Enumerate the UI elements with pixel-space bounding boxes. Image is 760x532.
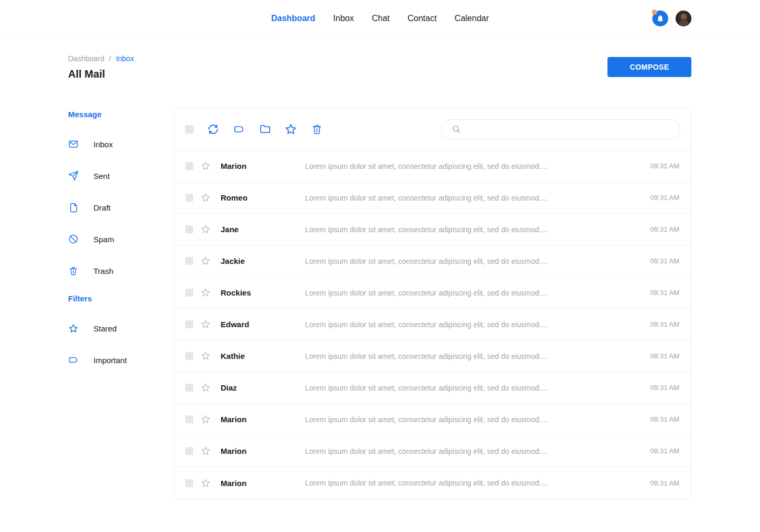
- row-star-icon[interactable]: [200, 161, 211, 172]
- mail-sender: Kathie: [221, 352, 305, 360]
- mail-panel: Marion Lorem ipsum dolor sit amet, conse…: [174, 108, 691, 499]
- top-nav: Dashboard Inbox Chat Contact Calendar: [0, 0, 760, 37]
- sidebar-filters-group: Stared Important: [68, 312, 174, 376]
- mail-preview: Lorem ipsum dolor sit amet, consectetur …: [305, 162, 650, 170]
- notification-bell-icon[interactable]: [652, 11, 668, 26]
- row-checkbox[interactable]: [185, 479, 193, 487]
- row-star-icon[interactable]: [200, 446, 211, 457]
- row-checkbox[interactable]: [185, 162, 193, 170]
- mail-row[interactable]: Marion Lorem ipsum dolor sit amet, conse…: [175, 404, 691, 435]
- mail-preview: Lorem ipsum dolor sit amet, consectetur …: [305, 320, 650, 329]
- nav-item-contact[interactable]: Contact: [407, 14, 436, 23]
- mail-preview: Lorem ipsum dolor sit amet, consectetur …: [305, 257, 650, 265]
- breadcrumb-dashboard[interactable]: Dashboard: [68, 54, 104, 63]
- row-checkbox[interactable]: [185, 194, 193, 202]
- search-input[interactable]: [467, 125, 672, 134]
- mail-time: 09:31 AM: [650, 352, 679, 360]
- mail-row[interactable]: Marion Lorem ipsum dolor sit amet, conse…: [175, 435, 691, 467]
- sidebar-item-important[interactable]: Important: [68, 344, 174, 376]
- breadcrumb-title-block: Dashboard / Inbox All Mail: [68, 54, 134, 80]
- row-checkbox[interactable]: [185, 352, 193, 360]
- mail-sender: Rockies: [221, 288, 305, 297]
- star-icon[interactable]: [284, 123, 297, 136]
- row-star-icon[interactable]: [200, 319, 211, 330]
- row-checkbox[interactable]: [185, 384, 193, 392]
- row-checkbox[interactable]: [185, 415, 193, 423]
- sidebar-item-spam[interactable]: Spam: [68, 223, 174, 255]
- sidebar-item-inbox[interactable]: Inbox: [68, 128, 174, 160]
- mail-row[interactable]: Jackie Lorem ipsum dolor sit amet, conse…: [175, 245, 691, 277]
- select-all-checkbox[interactable]: [185, 125, 194, 134]
- row-star-icon[interactable]: [200, 351, 211, 362]
- mail-row[interactable]: Edward Lorem ipsum dolor sit amet, conse…: [175, 309, 691, 340]
- sidebar-item-stared[interactable]: Stared: [68, 312, 174, 344]
- folder-icon[interactable]: [259, 123, 271, 136]
- sidebar-heading-message: Message: [68, 110, 174, 119]
- sidebar-item-label: Draft: [93, 203, 111, 212]
- label-icon[interactable]: [233, 123, 245, 136]
- mail-preview: Lorem ipsum dolor sit amet, consectetur …: [305, 194, 650, 202]
- mail-row[interactable]: Diaz Lorem ipsum dolor sit amet, consect…: [175, 372, 691, 404]
- spam-icon: [68, 234, 79, 244]
- mail-time: 09:31 AM: [650, 289, 679, 297]
- row-checkbox[interactable]: [185, 447, 193, 455]
- row-star-icon[interactable]: [200, 383, 211, 393]
- sidebar-item-label: Spam: [93, 235, 114, 244]
- mail-preview: Lorem ipsum dolor sit amet, consectetur …: [305, 352, 650, 360]
- compose-button[interactable]: COMPOSE: [607, 57, 691, 77]
- refresh-icon[interactable]: [207, 123, 220, 136]
- content: Message Inbox Sent: [68, 108, 691, 499]
- sidebar-item-sent[interactable]: Sent: [68, 160, 174, 192]
- sidebar-item-label: Important: [93, 356, 127, 365]
- sidebar-item-label: Sent: [93, 172, 110, 180]
- breadcrumb-separator: /: [109, 54, 111, 63]
- row-star-icon[interactable]: [200, 224, 211, 235]
- row-checkbox[interactable]: [185, 225, 193, 233]
- mail-preview: Lorem ipsum dolor sit amet, consectetur …: [305, 447, 650, 455]
- trash-icon: [68, 265, 79, 276]
- star-icon: [68, 323, 79, 334]
- mail-sender: Jane: [221, 225, 305, 234]
- sidebar-item-draft[interactable]: Draft: [68, 192, 174, 223]
- mail-row[interactable]: Rockies Lorem ipsum dolor sit amet, cons…: [175, 277, 691, 309]
- sidebar-item-label: Inbox: [93, 140, 113, 149]
- mail-time: 09:31 AM: [650, 225, 679, 233]
- mail-sender: Romeo: [221, 193, 305, 202]
- sidebar-item-trash[interactable]: Trash: [68, 255, 174, 287]
- breadcrumb-inbox[interactable]: Inbox: [116, 54, 134, 63]
- mail-row[interactable]: Jane Lorem ipsum dolor sit amet, consect…: [175, 214, 691, 245]
- nav-item-calendar[interactable]: Calendar: [454, 14, 489, 23]
- main-nav: Dashboard Inbox Chat Contact Calendar: [271, 14, 489, 23]
- user-avatar[interactable]: [676, 11, 691, 26]
- row-star-icon[interactable]: [200, 414, 211, 425]
- row-star-icon[interactable]: [200, 478, 211, 488]
- bell-glyph-icon: [656, 14, 664, 23]
- mail-sender: Jackie: [221, 256, 305, 265]
- row-checkbox[interactable]: [185, 257, 193, 265]
- trash-icon[interactable]: [310, 123, 323, 136]
- mail-time: 09:31 AM: [650, 415, 679, 423]
- mail-time: 09:31 AM: [650, 162, 679, 170]
- nav-item-chat[interactable]: Chat: [372, 14, 390, 23]
- nav-item-dashboard[interactable]: Dashboard: [271, 14, 316, 23]
- mail-time: 09:31 AM: [650, 257, 679, 265]
- row-checkbox[interactable]: [185, 320, 193, 328]
- row-star-icon[interactable]: [200, 193, 211, 203]
- nav-item-inbox[interactable]: Inbox: [333, 14, 354, 23]
- row-checkbox[interactable]: [185, 289, 193, 297]
- search-bar[interactable]: [441, 119, 680, 139]
- mail-row[interactable]: Marion Lorem ipsum dolor sit amet, conse…: [175, 150, 691, 182]
- mail-list: Marion Lorem ipsum dolor sit amet, conse…: [175, 150, 691, 499]
- row-star-icon[interactable]: [200, 256, 211, 267]
- sidebar-message-group: Inbox Sent Draft: [68, 128, 174, 287]
- mail-sender: Marion: [221, 479, 305, 488]
- mail-preview: Lorem ipsum dolor sit amet, consectetur …: [305, 384, 650, 392]
- mail-sender: Marion: [221, 162, 305, 170]
- mail-row[interactable]: Kathie Lorem ipsum dolor sit amet, conse…: [175, 340, 691, 372]
- mail-row[interactable]: Romeo Lorem ipsum dolor sit amet, consec…: [175, 182, 691, 214]
- row-star-icon[interactable]: [200, 288, 211, 298]
- page-header: Dashboard / Inbox All Mail COMPOSE: [68, 54, 691, 80]
- page-title: All Mail: [68, 68, 134, 80]
- mail-row[interactable]: Marion Lorem ipsum dolor sit amet, conse…: [175, 467, 691, 499]
- mail-toolbar: [175, 108, 691, 150]
